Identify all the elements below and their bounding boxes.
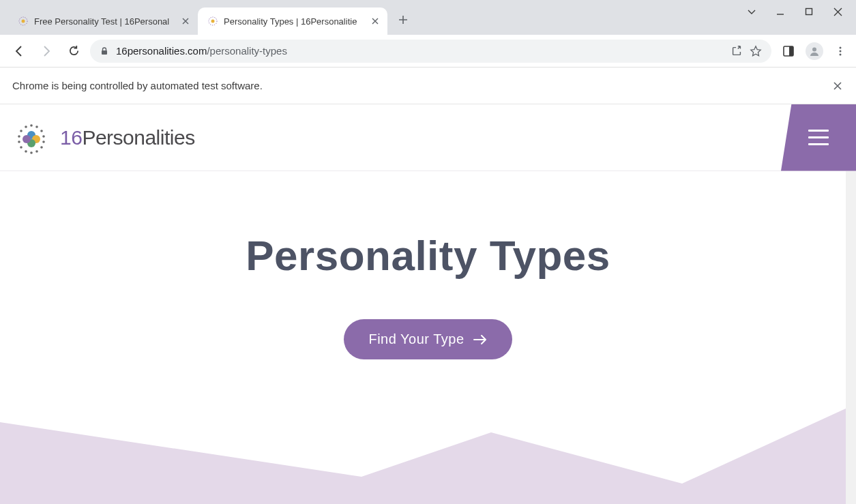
hero-section: Personality Types Find Your Type <box>0 171 856 359</box>
back-button[interactable] <box>8 40 30 62</box>
address-bar[interactable]: 16personalities.com/personality-types <box>90 40 771 63</box>
url-text: 16personalities.com/personality-types <box>116 45 724 57</box>
window-controls <box>746 0 856 35</box>
automation-infobar: Chrome is being controlled by automated … <box>0 68 856 104</box>
svg-point-22 <box>35 150 38 153</box>
close-window-icon[interactable] <box>831 5 844 18</box>
logo-mark-icon <box>12 119 50 157</box>
kebab-menu-icon[interactable] <box>833 44 848 59</box>
svg-point-11 <box>840 53 842 55</box>
svg-point-20 <box>42 140 45 143</box>
favicon-icon <box>207 16 218 27</box>
toolbar-right <box>777 42 848 60</box>
tab-1[interactable]: Personality Types | 16Personalitie <box>198 8 387 35</box>
svg-point-10 <box>840 50 842 52</box>
address-toolbar: 16personalities.com/personality-types <box>0 35 856 68</box>
svg-point-21 <box>40 146 43 149</box>
hero-wave-decoration <box>0 395 846 504</box>
cta-label: Find Your Type <box>368 331 464 347</box>
svg-point-1 <box>22 20 25 23</box>
hamburger-icon <box>808 130 829 145</box>
svg-point-23 <box>30 151 33 154</box>
svg-rect-7 <box>789 46 793 56</box>
reload-button[interactable] <box>63 40 85 62</box>
tab-0[interactable]: Free Personality Test | 16Personal <box>8 8 198 35</box>
forward-button <box>35 40 57 62</box>
svg-point-24 <box>25 150 27 153</box>
svg-point-28 <box>20 130 23 132</box>
new-tab-button[interactable] <box>393 10 413 30</box>
svg-point-9 <box>840 46 842 48</box>
tab-title: Personality Types | 16Personalitie <box>224 16 364 27</box>
url-host: 16personalities.com <box>116 45 207 57</box>
logo-name: Personalities <box>82 126 194 149</box>
svg-point-27 <box>18 135 20 138</box>
svg-point-17 <box>35 125 38 128</box>
bookmark-star-icon[interactable] <box>750 45 762 57</box>
logo-prefix: 16 <box>60 126 82 149</box>
favicon-icon <box>18 16 29 27</box>
infobar-message: Chrome is being controlled by automated … <box>12 80 263 91</box>
tabs-container: Free Personality Test | 16Personal Perso… <box>0 8 746 35</box>
minimize-window-icon[interactable] <box>774 5 786 18</box>
svg-point-25 <box>20 146 23 149</box>
close-infobar-icon[interactable] <box>831 80 844 92</box>
side-panel-icon[interactable] <box>781 44 796 59</box>
svg-point-29 <box>25 125 27 128</box>
svg-rect-5 <box>102 50 107 55</box>
page-viewport: 16Personalities Personality Types Find Y… <box>0 104 856 504</box>
page-title: Personality Types <box>0 231 856 280</box>
find-your-type-button[interactable]: Find Your Type <box>344 319 512 359</box>
svg-rect-4 <box>806 9 812 15</box>
close-tab-icon[interactable] <box>370 16 381 27</box>
maximize-window-icon[interactable] <box>803 5 815 18</box>
svg-point-8 <box>812 47 816 51</box>
chevron-down-icon[interactable] <box>746 5 758 18</box>
svg-point-18 <box>40 130 43 132</box>
svg-point-26 <box>18 140 20 143</box>
browser-tab-strip: Free Personality Test | 16Personal Perso… <box>0 0 856 35</box>
site-header: 16Personalities <box>0 104 856 171</box>
share-icon[interactable] <box>730 45 743 57</box>
svg-point-16 <box>30 124 33 127</box>
hamburger-menu-button[interactable] <box>781 104 856 171</box>
svg-point-3 <box>211 20 215 23</box>
lock-icon <box>100 46 109 56</box>
svg-point-15 <box>23 135 31 143</box>
url-path: /personality-types <box>207 45 287 57</box>
site-logo[interactable]: 16Personalities <box>12 119 195 157</box>
profile-avatar-icon[interactable] <box>806 42 823 60</box>
logo-text: 16Personalities <box>60 126 195 149</box>
svg-point-19 <box>42 135 45 138</box>
close-tab-icon[interactable] <box>180 16 191 27</box>
tab-title: Free Personality Test | 16Personal <box>34 16 175 27</box>
arrow-right-icon <box>473 333 488 346</box>
